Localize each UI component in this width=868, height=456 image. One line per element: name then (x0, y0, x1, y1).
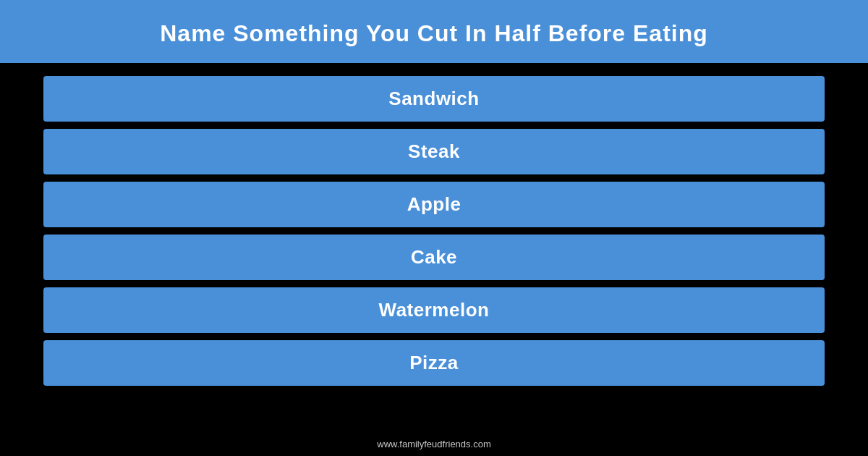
answer-row-0[interactable]: Sandwich (43, 76, 825, 122)
answer-row-5[interactable]: Pizza (43, 340, 825, 386)
header-section: Name Something You Cut In Half Before Ea… (0, 0, 868, 66)
answer-text-5: Pizza (409, 352, 459, 373)
answer-text-4: Watermelon (379, 299, 490, 321)
answer-row-1[interactable]: Steak (43, 129, 825, 174)
answer-row-2[interactable]: Apple (43, 182, 825, 227)
footer-url: www.familyfeudfriends.com (377, 439, 491, 449)
answer-text-3: Cake (411, 246, 457, 268)
answer-text-2: Apple (407, 193, 461, 215)
answer-row-3[interactable]: Cake (43, 235, 825, 280)
answers-list: SandwichSteakAppleCakeWatermelonPizza (0, 66, 868, 393)
footer-section: www.familyfeudfriends.com (0, 437, 868, 450)
answer-row-4[interactable]: Watermelon (43, 287, 825, 333)
question-title: Name Something You Cut In Half Before Ea… (14, 20, 854, 47)
answer-text-0: Sandwich (388, 88, 479, 109)
answer-text-1: Steak (408, 140, 460, 162)
